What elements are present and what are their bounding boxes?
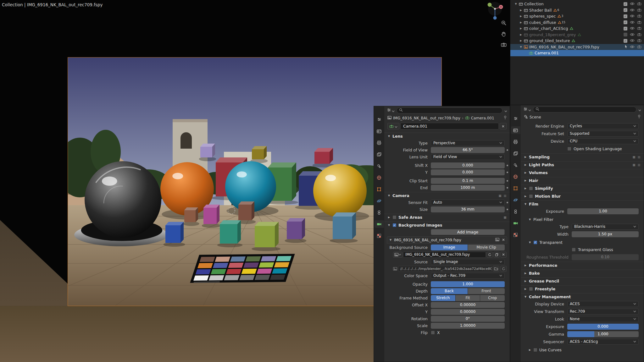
disable-render-icon[interactable] — [637, 8, 641, 13]
open-shading-language-checkbox[interactable]: Open Shading Language — [567, 146, 622, 152]
breadcrumb-scene[interactable]: Scene — [530, 115, 541, 119]
exclude-checkbox[interactable]: ✓ — [624, 8, 627, 12]
physics-properties-tab[interactable] — [375, 197, 384, 205]
clip-start-field[interactable]: 0.1 m — [431, 178, 505, 184]
render-engine-dropdown[interactable]: Cycles — [567, 123, 639, 129]
add-image-button[interactable]: Add Image — [431, 229, 505, 235]
frame-method-option[interactable]: Stretch — [431, 295, 455, 301]
hide-eye-icon[interactable] — [630, 14, 635, 19]
tool-properties-tab[interactable] — [511, 115, 520, 122]
breadcrumb-object[interactable]: IMG_6916_NK_BAL_out_rec709.fspy — [393, 116, 460, 120]
disable-render-icon[interactable] — [637, 45, 641, 49]
world-properties-tab[interactable] — [511, 173, 520, 180]
world-properties-tab[interactable] — [375, 174, 384, 181]
safe-areas-section-checkbox[interactable] — [392, 215, 397, 219]
cube-blue[interactable] — [163, 222, 185, 247]
device-dropdown[interactable]: CPU — [567, 138, 639, 144]
disable-render-icon[interactable] — [637, 38, 641, 43]
zoom-icon[interactable] — [501, 20, 507, 27]
animate-dot[interactable] — [505, 180, 510, 182]
orbit-gizmo[interactable] — [484, 1, 506, 21]
properties-search-input[interactable] — [397, 107, 502, 113]
display-device-dropdown[interactable]: ACES — [567, 301, 639, 307]
camera-name-field[interactable]: Camera.001 — [400, 123, 499, 129]
shift-x-field[interactable]: 0.000 — [431, 162, 505, 168]
disable-render-icon[interactable] — [637, 26, 641, 31]
hide-eye-icon[interactable] — [630, 32, 635, 37]
cube-violet[interactable] — [285, 218, 306, 243]
frame-method-option[interactable]: Crop — [480, 295, 505, 301]
outliner-row-fspy-object[interactable]: ▼IMG_6916_NK_BAL_out_rec709.fspy — [510, 44, 644, 50]
cm-exposure-slider[interactable]: 0.000 — [567, 324, 639, 330]
panel-options-chevron-icon[interactable] — [638, 107, 641, 112]
section-extra-icons[interactable]: ≡≡ — [632, 163, 641, 167]
disclosure-arrow-icon[interactable]: ▼ — [514, 3, 518, 5]
lens-unit-dropdown[interactable]: Field of View — [431, 154, 505, 160]
transparent-subsection[interactable]: ▼Transparent — [521, 239, 644, 246]
outliner-row-color-chart-acescg[interactable]: ▶color_chart_ACEScg✓ — [510, 25, 644, 32]
sequencer-dropdown[interactable]: ACES - ACEScg — [567, 339, 639, 345]
unlink-image-button[interactable] — [500, 252, 507, 258]
bake-section[interactable]: ▶Bake — [521, 270, 644, 277]
use-curves-subsection[interactable]: ▶Use Curves — [521, 346, 644, 353]
disclosure-arrow-icon[interactable]: ▼ — [519, 46, 523, 48]
background-source-option[interactable]: Movie Clip — [468, 244, 505, 250]
image-source-dropdown[interactable]: Single Image — [431, 259, 505, 265]
pin-icon[interactable] — [638, 115, 641, 120]
view-transform-dropdown[interactable]: Rec.709 — [567, 309, 639, 315]
depth-option[interactable]: Front — [468, 288, 505, 294]
performance-section[interactable]: ▶Performance — [521, 262, 644, 269]
sensor-fit-dropdown[interactable]: Auto — [431, 200, 505, 206]
remove-image-icon[interactable] — [502, 238, 505, 242]
hide-eye-icon[interactable] — [630, 8, 635, 13]
pixel-filter-subsection[interactable]: ▼Pixel Filter — [521, 216, 644, 223]
breadcrumb-data[interactable]: Camera.001 — [471, 116, 494, 120]
render-properties-tab[interactable] — [375, 127, 384, 135]
outliner-row-shader-ball[interactable]: ▶Shader Ball6✓ — [510, 7, 644, 14]
use-curves-subsection-checkbox[interactable] — [533, 348, 537, 352]
disclosure-arrow-icon[interactable]: ▶ — [519, 33, 523, 36]
cube-magenta[interactable] — [202, 205, 221, 228]
exclude-checkbox[interactable]: ✓ — [624, 27, 627, 30]
cube-brown-a[interactable] — [183, 207, 199, 226]
sensor-size-field[interactable]: 36 mm — [431, 206, 505, 212]
gizmo-axis-y[interactable] — [488, 3, 492, 7]
output-properties-tab[interactable] — [375, 139, 384, 146]
exclude-checkbox[interactable]: ✓ — [624, 39, 627, 43]
opacity-slider[interactable]: 1.000 — [431, 281, 505, 287]
motion-blur-section-checkbox[interactable] — [529, 194, 533, 198]
color-space-dropdown[interactable]: Output - Rec.709 — [431, 273, 505, 279]
panel-options-chevron-icon[interactable] — [504, 107, 507, 113]
outliner-row-camera-001[interactable]: Camera.001 — [510, 50, 644, 56]
animate-dot[interactable] — [505, 172, 510, 173]
color-checker-chart[interactable] — [190, 254, 295, 283]
cm-gamma-slider[interactable]: 1.000 — [567, 331, 639, 337]
field-of-view-field[interactable]: 66.5° — [431, 147, 505, 153]
disclosure-arrow-icon[interactable]: ▶ — [519, 27, 523, 30]
scale-field[interactable]: 1.00000 — [431, 323, 505, 329]
background-source-option[interactable]: Image — [431, 244, 468, 250]
section-extra-icons[interactable]: ≡ — [503, 215, 507, 220]
exclude-checkbox[interactable]: ✓ — [624, 14, 627, 18]
animate-dot[interactable] — [505, 209, 510, 210]
open-file-button[interactable] — [493, 266, 499, 272]
volumes-section[interactable]: ▶Volumes — [521, 169, 644, 176]
shift-y-field[interactable]: 0.000 — [431, 169, 505, 175]
pin-icon[interactable] — [504, 116, 507, 121]
safe-areas-section[interactable]: ▶Safe Areas≡ — [384, 214, 510, 221]
camdata-properties-tab[interactable] — [375, 220, 384, 228]
bg-image-subpanel[interactable]: ▼IMG_6916_NK_BAL_out_rec709.fspy — [387, 236, 507, 244]
depth-option[interactable]: Back — [431, 288, 468, 294]
motion-blur-section[interactable]: ▶Motion Blur — [521, 193, 644, 200]
freestyle-section-checkbox[interactable] — [529, 287, 533, 291]
film-section[interactable]: ▼Film — [521, 200, 644, 207]
outliner-row-cubes-diffuse[interactable]: ▶cubes_diffuse15✓ — [510, 19, 644, 26]
cube-red-small[interactable] — [312, 148, 334, 167]
cube-lavender[interactable] — [199, 144, 216, 161]
camera-view-icon[interactable] — [501, 42, 507, 48]
disclosure-arrow-icon[interactable]: ▶ — [519, 39, 523, 42]
reload-image-button[interactable] — [486, 252, 493, 258]
pixel-filter-type-dropdown[interactable]: Blackman-Harris — [572, 224, 639, 230]
look-dropdown[interactable]: None — [567, 316, 639, 322]
exclude-checkbox[interactable]: ✓ — [624, 20, 627, 24]
